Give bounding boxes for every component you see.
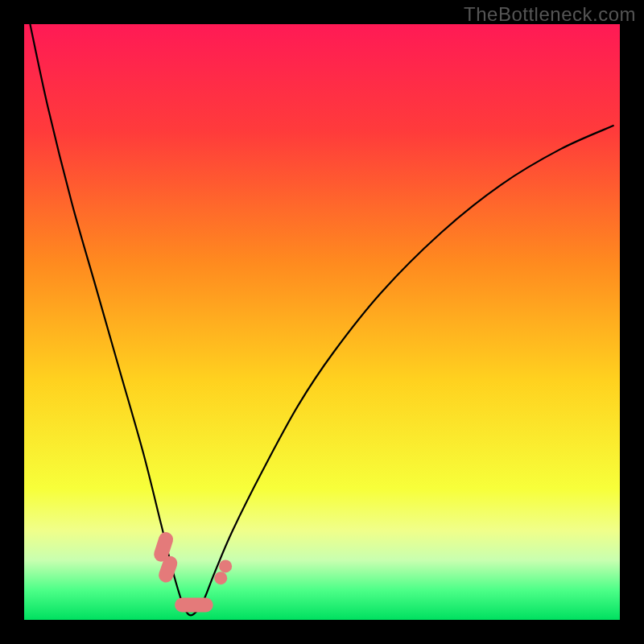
- marker-capsule: [161, 539, 166, 555]
- chart-frame: [24, 24, 620, 620]
- marker-dot: [214, 572, 227, 584]
- gradient-background: [24, 24, 620, 620]
- marker-dot: [219, 559, 232, 572]
- watermark-text: TheBottleneck.com: [464, 3, 636, 26]
- marker-capsule: [166, 564, 170, 576]
- chart-plot: [24, 24, 620, 620]
